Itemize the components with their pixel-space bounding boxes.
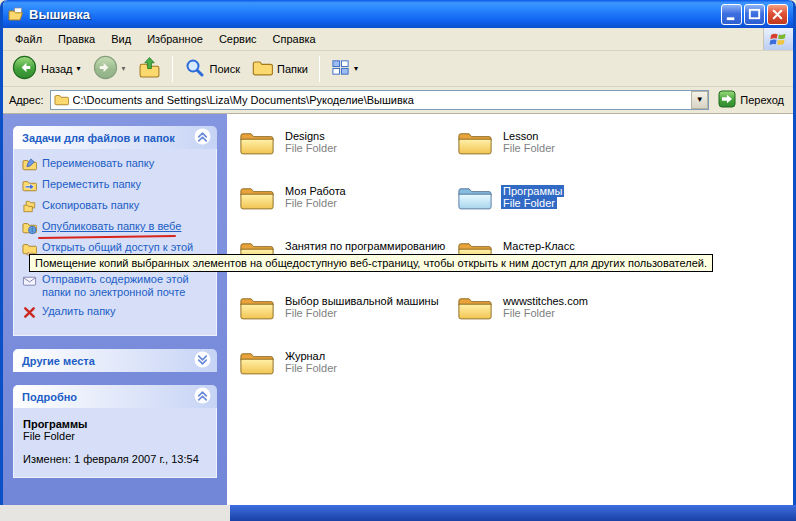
- chevron-down-icon: ▾: [77, 64, 81, 73]
- menu-item-help[interactable]: Справка: [265, 30, 324, 48]
- task-item-copy-folder[interactable]: Скопировать папку: [22, 199, 211, 214]
- desktop-strip: [0, 505, 796, 521]
- file-tile[interactable]: ЖурналFile Folder: [239, 348, 457, 403]
- folder-icon: [457, 183, 495, 212]
- toolbar-separator: [319, 56, 320, 82]
- details-modified: Изменен: 1 февраля 2007 г., 13:54: [23, 453, 210, 465]
- file-tile[interactable]: wwwstitches.comFile Folder: [457, 293, 675, 348]
- go-button[interactable]: Переход: [715, 90, 787, 110]
- task-item-publish-folder[interactable]: Опубликовать папку в вебе: [22, 220, 211, 235]
- file-name: Выбор вышивальной машины: [283, 295, 441, 307]
- back-label: Назад: [41, 63, 73, 75]
- menu-bar: ФайлПравкаВидИзбранноеСервисСправка: [3, 28, 793, 51]
- task-item-rename-folder[interactable]: Переименовать папку: [22, 157, 211, 172]
- folder-icon: [457, 293, 495, 322]
- file-tile[interactable]: LessonFile Folder: [457, 128, 675, 183]
- file-type: File Folder: [501, 307, 590, 319]
- toolbar: Назад ▾ ▾ Поиск Папки: [3, 51, 793, 87]
- file-name: Моя Работа: [283, 185, 348, 197]
- views-grid-icon: [331, 58, 350, 79]
- go-label: Переход: [740, 94, 784, 106]
- forward-arrow-icon: [93, 55, 118, 82]
- tasks-panel-title: Задачи для файлов и папок: [22, 132, 175, 144]
- file-tile[interactable]: Выбор вышивальной машиныFile Folder: [239, 293, 457, 348]
- task-label: Удалить папку: [42, 305, 116, 318]
- copy-folder-icon: [22, 199, 37, 214]
- task-label: Переместить папку: [42, 178, 141, 191]
- file-name: wwwstitches.com: [501, 295, 590, 307]
- toolbar-separator: [172, 56, 173, 82]
- chevron-down-icon: ▾: [354, 64, 358, 73]
- window-folder-icon: [8, 6, 24, 22]
- menu-item-file[interactable]: Файл: [7, 30, 50, 48]
- window-controls: [721, 4, 788, 25]
- file-name: Журнал: [283, 350, 339, 362]
- menu-item-favorites[interactable]: Избранное: [139, 30, 211, 48]
- file-name: Lesson: [501, 130, 557, 142]
- chevron-up-icon[interactable]: [194, 387, 211, 406]
- address-input[interactable]: C:\Documents and Settings\Liza\My Docume…: [50, 90, 710, 110]
- menu-item-view[interactable]: Вид: [103, 30, 139, 48]
- details-name: Программы: [23, 418, 210, 430]
- back-button[interactable]: Назад ▾: [7, 52, 86, 85]
- up-folder-icon: [138, 56, 161, 81]
- details-panel-body: Программы File Folder Изменен: 1 февраля…: [13, 408, 217, 478]
- folder-icon: [239, 348, 277, 377]
- forward-button[interactable]: ▾: [88, 52, 131, 85]
- chevron-up-icon[interactable]: [194, 128, 211, 147]
- tasks-panel-body: Переименовать папкуПереместить папкуСкоп…: [13, 149, 217, 336]
- task-label: Переименовать папку: [42, 157, 154, 170]
- views-button[interactable]: ▾: [326, 55, 363, 82]
- folders-button[interactable]: Папки: [247, 54, 313, 83]
- file-tile[interactable]: ПрограммыFile Folder: [457, 183, 675, 238]
- go-arrow-icon: [718, 90, 736, 110]
- menu-item-tools[interactable]: Сервис: [211, 30, 265, 48]
- sidebar: Задачи для файлов и папок Переименовать …: [3, 114, 227, 505]
- details-panel-title: Подробно: [22, 391, 77, 403]
- rename-folder-icon: [22, 157, 37, 172]
- tasks-panel-header[interactable]: Задачи для файлов и папок: [13, 126, 217, 149]
- file-type: File Folder: [283, 197, 348, 209]
- details-panel-header[interactable]: Подробно: [13, 385, 217, 408]
- task-item-delete-folder[interactable]: Удалить папку: [22, 305, 211, 320]
- folders-icon: [252, 57, 273, 80]
- window-body: Задачи для файлов и папок Переименовать …: [3, 114, 793, 505]
- up-button[interactable]: [133, 53, 166, 84]
- windows-logo-icon: [763, 28, 793, 50]
- file-tile[interactable]: DesignsFile Folder: [239, 128, 457, 183]
- file-name: Программы: [501, 185, 564, 197]
- other-places-title: Другие места: [22, 355, 95, 367]
- window-title: Вышивка: [29, 7, 721, 22]
- file-tile[interactable]: Моя РаботаFile Folder: [239, 183, 457, 238]
- file-name: Мастер-Класс: [501, 240, 577, 252]
- file-name: Занятия по программированию: [283, 240, 447, 252]
- menu-item-edit[interactable]: Правка: [50, 30, 103, 48]
- close-button[interactable]: [767, 4, 788, 25]
- address-dropdown-button[interactable]: ▼: [691, 91, 708, 109]
- address-path: C:\Documents and Settings\Liza\My Docume…: [73, 94, 692, 106]
- minimize-button[interactable]: [721, 4, 742, 25]
- task-label: Скопировать папку: [42, 199, 139, 212]
- search-label: Поиск: [210, 63, 240, 75]
- folder-icon: [239, 183, 277, 212]
- chevron-down-icon: ▾: [122, 64, 126, 73]
- other-places-panel: Другие места: [13, 349, 217, 372]
- screen: Вышивка ФайлПравкаВидИзбранноеСервисСпра…: [0, 0, 796, 521]
- publish-folder-icon: [22, 220, 37, 235]
- file-type: File Folder: [501, 142, 557, 154]
- other-places-panel-header[interactable]: Другие места: [13, 349, 217, 372]
- search-button[interactable]: Поиск: [179, 54, 245, 84]
- move-folder-icon: [22, 178, 37, 193]
- maximize-button[interactable]: [744, 4, 765, 25]
- file-type: File Folder: [283, 142, 339, 154]
- back-arrow-icon: [12, 55, 37, 82]
- folders-label: Папки: [277, 63, 308, 75]
- task-item-move-folder[interactable]: Переместить папку: [22, 178, 211, 193]
- explorer-window: Вышивка ФайлПравкаВидИзбранноеСервисСпра…: [0, 0, 796, 505]
- search-icon: [184, 57, 206, 81]
- task-item-email-folder[interactable]: Отправить содержимое этой папки по элект…: [22, 273, 211, 299]
- file-type: File Folder: [501, 197, 564, 209]
- details-type: File Folder: [23, 430, 210, 442]
- task-label: Опубликовать папку в вебе: [42, 220, 181, 233]
- chevron-down-icon[interactable]: [194, 351, 211, 370]
